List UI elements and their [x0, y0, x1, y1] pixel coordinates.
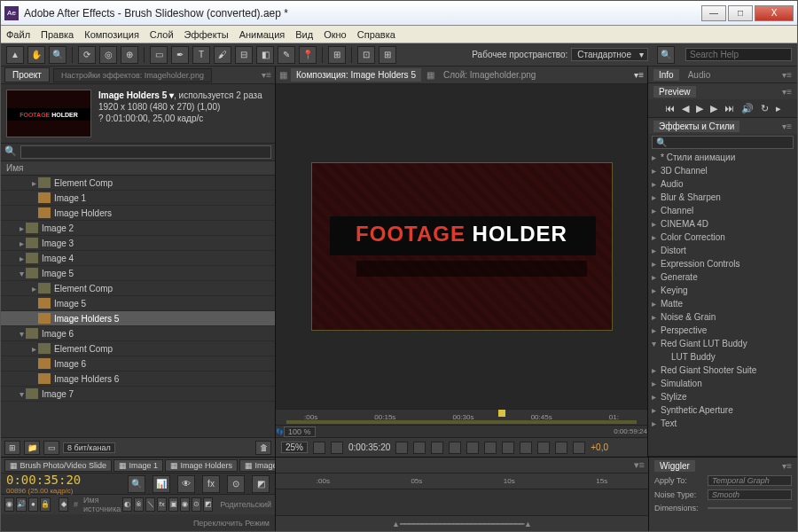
tl-sw7-icon[interactable]: ⊙	[192, 497, 201, 512]
tl-search-icon[interactable]: 🔍	[128, 475, 145, 493]
ram-preview-icon[interactable]: ▸	[776, 103, 781, 114]
timeline-icon[interactable]	[555, 442, 567, 454]
project-item[interactable]: ▸Element Comp	[1, 281, 275, 296]
new-comp-icon[interactable]: ▭	[43, 441, 59, 455]
wiggler-dim-dropdown[interactable]	[708, 507, 792, 509]
tl-sw4-icon[interactable]: fx	[157, 497, 167, 512]
effect-category[interactable]: ▾Red Giant LUT Buddy	[648, 337, 797, 350]
effect-category[interactable]: ▸Generate	[648, 270, 797, 284]
tl-fx-icon[interactable]: fx	[202, 475, 220, 493]
project-item[interactable]: ▾Image 7	[1, 387, 275, 402]
channel-icon[interactable]	[413, 442, 426, 454]
project-column-name[interactable]: Имя	[1, 161, 275, 176]
tl-solo-switch-icon[interactable]: ●	[28, 497, 38, 512]
timeline-ruler[interactable]: :00s05s10s15s	[276, 473, 648, 489]
timeline-tab[interactable]: ▦ Image 1	[113, 459, 163, 472]
effect-category[interactable]: ▸3D Channel	[648, 164, 797, 177]
new-folder-icon[interactable]: 📁	[24, 441, 40, 455]
pixel-aspect-icon[interactable]	[520, 442, 532, 454]
hand-tool-icon[interactable]: ✋	[27, 46, 45, 64]
roto-tool-icon[interactable]: ✎	[278, 46, 295, 64]
tl-panel-menu-icon[interactable]: ▾≡	[634, 459, 645, 471]
snapshot-icon[interactable]	[395, 442, 408, 454]
snap-icon[interactable]: ⊡	[357, 46, 375, 64]
effect-category[interactable]: ▸Channel	[648, 204, 797, 217]
effect-category[interactable]: ▸Noise & Grain	[648, 310, 797, 324]
tl-col-parent[interactable]: Родительский	[220, 500, 271, 509]
tab-info[interactable]: Info	[653, 69, 679, 81]
close-button[interactable]: X	[755, 5, 794, 21]
effect-category[interactable]: LUT Buddy	[648, 350, 797, 364]
tl-sw8-icon[interactable]: ◩	[203, 497, 213, 512]
timeline-tracks[interactable]	[276, 489, 648, 515]
wiggler-menu-icon[interactable]: ▾≡	[782, 461, 792, 471]
tab-preview[interactable]: Preview	[653, 86, 696, 98]
effect-category[interactable]: ▸* Стили анимации	[648, 151, 797, 164]
view-layout-icon[interactable]	[502, 442, 514, 454]
menu-effects[interactable]: Эффекты	[184, 29, 229, 40]
project-item[interactable]: Image 6	[1, 356, 275, 372]
tab-layer[interactable]: Слой: Imageholder.png	[438, 68, 541, 82]
panel-menu-icon[interactable]: ▾≡	[262, 70, 271, 80]
efx-menu-icon[interactable]: ▾≡	[782, 121, 792, 131]
tl-sw5-icon[interactable]: ▣	[168, 497, 178, 512]
info-menu-icon[interactable]: ▾≡	[782, 70, 792, 80]
workspace-dropdown[interactable]: Стандартное	[571, 48, 648, 61]
effects-list[interactable]: ▸* Стили анимации▸3D Channel▸Audio▸Blur …	[648, 151, 797, 456]
first-frame-icon[interactable]: ⏮	[665, 103, 675, 113]
project-item[interactable]: Image 5	[1, 296, 275, 311]
effect-category[interactable]: ▸Synthetic Aperture	[648, 403, 797, 417]
project-item[interactable]: Image Holders	[1, 206, 275, 221]
zoom-tool-icon[interactable]: 🔍	[49, 46, 66, 64]
menu-layer[interactable]: Слой	[150, 29, 174, 40]
snap2-icon[interactable]: ⊞	[379, 46, 396, 64]
tl-3d-icon[interactable]: ◩	[252, 475, 270, 493]
project-item[interactable]: ▸Image 3	[1, 236, 275, 251]
preview-menu-icon[interactable]: ▾≡	[782, 87, 792, 97]
project-item[interactable]: ▸Element Comp	[1, 341, 275, 356]
puppet-tool-icon[interactable]: 📍	[299, 46, 317, 64]
project-item[interactable]: ▸Image 4	[1, 251, 275, 266]
project-item[interactable]: Image Holders 5	[1, 311, 275, 326]
tab-wiggler[interactable]: Wiggler	[654, 460, 695, 472]
time-marker-icon[interactable]	[498, 410, 505, 417]
stamp-tool-icon[interactable]: ⊟	[235, 46, 253, 64]
prev-frame-icon[interactable]: ◀	[682, 103, 689, 114]
effect-category[interactable]: ▸Simulation	[648, 377, 797, 390]
tl-label-icon[interactable]: ◆	[59, 497, 68, 512]
effect-category[interactable]: ▸Perspective	[648, 324, 797, 337]
bpc-button[interactable]: 8 бит/канал	[63, 442, 115, 453]
menu-composition[interactable]: Композиция	[84, 29, 139, 40]
loop-icon[interactable]: ↻	[761, 103, 769, 114]
minimize-button[interactable]: —	[701, 5, 726, 21]
search-help-input[interactable]	[685, 48, 792, 61]
timeline-timecode[interactable]: 0:00:35:20	[6, 473, 81, 487]
comp-timecode[interactable]: 0:00:35:20	[348, 442, 390, 452]
view-icon[interactable]: ▦	[279, 70, 287, 80]
text-tool-icon[interactable]: T	[192, 46, 210, 64]
comp-navigator[interactable]: 👣 100 % 0:00:59:24	[276, 425, 647, 437]
timeline-tab[interactable]: ▦ Brush Photo/Video Slide	[4, 459, 112, 472]
brush-tool-icon[interactable]: 🖌	[214, 46, 231, 64]
project-tree[interactable]: ▸Element CompImage 1Image Holders▸Image …	[1, 176, 275, 437]
menu-file[interactable]: Файл	[6, 29, 30, 40]
effect-category[interactable]: ▸Text	[648, 417, 797, 430]
3d-view-icon[interactable]	[484, 442, 497, 454]
exposure-value[interactable]: +0,0	[591, 442, 608, 452]
next-frame-icon[interactable]: ▶	[710, 103, 717, 114]
tl-switch-mode[interactable]: Переключить Режим	[193, 519, 270, 528]
project-search-input[interactable]	[20, 145, 271, 159]
rotate-tool-icon[interactable]: ⟳	[78, 46, 96, 64]
comp-panel-menu-icon[interactable]: ▾≡	[634, 70, 644, 80]
tl-video-switch-icon[interactable]: ◉	[4, 497, 14, 512]
transparency-icon[interactable]	[466, 442, 479, 454]
project-item[interactable]: Image Holders 6	[1, 372, 275, 387]
timeline-tab[interactable]: ▦ Image Holders	[165, 459, 238, 472]
tl-lock-switch-icon[interactable]: 🔒	[40, 497, 51, 512]
menu-animation[interactable]: Анимация	[239, 29, 286, 40]
composition-viewer[interactable]: FOOTAGE HOLDER	[276, 84, 647, 409]
menu-edit[interactable]: Правка	[41, 29, 74, 40]
wiggler-apply-dropdown[interactable]: Temporal Graph	[708, 475, 792, 486]
tab-effects-presets[interactable]: Эффекты и Стили	[653, 121, 739, 132]
effect-category[interactable]: ▸Expression Controls	[648, 257, 797, 270]
